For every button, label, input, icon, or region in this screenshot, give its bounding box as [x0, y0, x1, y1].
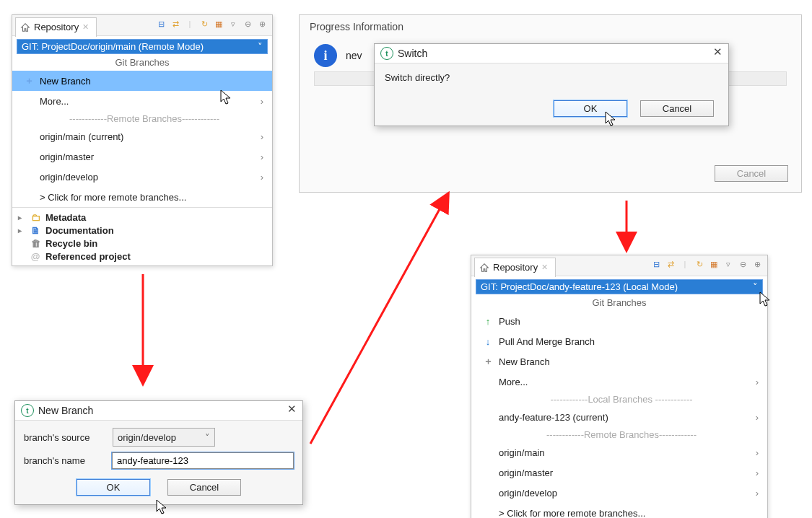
app-icon: t [380, 47, 393, 60]
app-icon: t [21, 404, 34, 417]
panel1-tab-label: Repository [34, 22, 79, 32]
info-icon: i [314, 44, 337, 67]
home-icon [20, 22, 30, 33]
chevron-right-icon: › [261, 172, 263, 183]
panel1-tree: ▸ 🗀 Metadata ▸ 🗎 Documentation 🗑 Recycle… [12, 208, 272, 265]
menu-item-new-branch[interactable]: ＋ New Branch [12, 71, 272, 91]
tab-close-icon[interactable]: ✕ [541, 263, 548, 272]
maximize-icon[interactable]: ⊕ [751, 258, 763, 270]
arrow-down-icon: ↓ [483, 336, 493, 347]
menu-item-new-branch[interactable]: ＋ New Branch [471, 351, 767, 372]
link-editor-icon[interactable]: ⇄ [665, 258, 676, 270]
cursor-icon [605, 111, 619, 131]
panel2-git-selector-text: GIT: ProjectDoc/andy-feature-123 (Local … [481, 281, 678, 292]
menu-item-origin-master[interactable]: origin/master › [12, 146, 272, 167]
chevron-right-icon: › [261, 96, 263, 107]
menu-item-origin-master[interactable]: origin/master › [471, 462, 767, 483]
switch-dlg-message: Switch directly? [383, 71, 720, 96]
menu-remote-divider: ------------Remote Branches------------ [471, 427, 767, 442]
menu-item-push[interactable]: ↑ Push [471, 311, 767, 331]
panel1-git-selector[interactable]: GIT: ProjectDoc/origin/main (Remote Mode… [17, 39, 268, 54]
home-icon [479, 262, 489, 273]
branch-name-input[interactable] [112, 452, 294, 469]
menu-item-more-label: More... [40, 96, 69, 107]
config-icon[interactable]: ▦ [708, 258, 720, 270]
tb-sep: | [679, 258, 691, 270]
view-menu-icon[interactable]: ▿ [227, 18, 239, 30]
chevron-right-icon: › [756, 467, 759, 478]
menu-item-origin-develop[interactable]: origin/develop › [12, 167, 272, 187]
menu-item-origin-main[interactable]: origin/main › [471, 442, 767, 462]
panel1-menu-title: Git Branches [12, 54, 272, 71]
doc-icon: 🗎 [30, 224, 41, 236]
folder-icon: 🗀 [30, 211, 41, 223]
menu-local-divider: ------------Local Branches ------------ [471, 392, 767, 407]
panel1-tabbar: Repository ✕ ⊟ ⇄ | ↻ ▦ ▿ ⊖ ⊕ [12, 15, 272, 36]
panel1-git-selector-text: GIT: ProjectDoc/origin/main (Remote Mode… [22, 41, 204, 52]
switch-cancel-button[interactable]: Cancel [640, 100, 714, 117]
plus-icon: ＋ [483, 355, 493, 368]
collapse-all-icon[interactable]: ⊟ [650, 258, 662, 270]
cursor-icon [220, 89, 235, 109]
panel2-tab-label: Repository [493, 262, 538, 273]
menu-item-origin-develop[interactable]: origin/develop › [471, 483, 767, 503]
at-icon: @ [30, 250, 41, 262]
menu-remote-divider: ------------Remote Branches------------ [12, 111, 272, 126]
menu-item-click-more-remote[interactable]: > Click for more remote branches... [471, 503, 767, 518]
switch-dlg-title: Switch [398, 48, 427, 59]
progress-cancel-button[interactable]: Cancel [715, 165, 788, 182]
tab-close-icon[interactable]: ✕ [82, 22, 89, 32]
cursor-icon [156, 499, 170, 518]
link-editor-icon[interactable]: ⇄ [170, 18, 181, 30]
close-icon[interactable]: ✕ [713, 45, 722, 58]
chevron-right-icon: › [756, 412, 759, 423]
newbranch-dlg-titlebar: t New Branch ✕ [15, 401, 302, 421]
expand-icon[interactable]: ▸ [18, 227, 25, 234]
progress-text: nev [346, 50, 362, 61]
refresh-icon[interactable]: ↻ [694, 258, 705, 270]
view-menu-icon[interactable]: ▿ [722, 258, 734, 270]
panel1-branches-menu: Git Branches ＋ New Branch More... › ----… [12, 54, 272, 208]
newbranch-cancel-button[interactable]: Cancel [167, 479, 241, 496]
tree-row-recycle[interactable]: 🗑 Recycle bin [18, 237, 266, 250]
tb-sep: | [184, 18, 196, 30]
panel2-branches-menu: Git Branches ↑ Push ↓ Pull And Merge Bra… [471, 294, 767, 518]
source-label: branch's source [24, 432, 107, 443]
menu-item-origin-main[interactable]: origin/main (current) › [12, 126, 272, 146]
chevron-right-icon: › [261, 131, 263, 142]
newbranch-dlg-title: New Branch [38, 405, 93, 416]
cursor-icon [759, 291, 774, 311]
source-select[interactable]: origin/develop [113, 428, 215, 447]
tree-row-metadata[interactable]: ▸ 🗀 Metadata [18, 211, 266, 224]
expand-icon[interactable]: ▸ [18, 214, 25, 221]
menu-item-click-more-remote[interactable]: > Click for more remote branches... [12, 187, 272, 207]
chevron-right-icon: › [261, 152, 263, 162]
menu-item-local-andy[interactable]: andy-feature-123 (current) › [471, 407, 767, 427]
svg-line-1 [310, 195, 448, 444]
minimize-icon[interactable]: ⊖ [737, 258, 748, 270]
close-icon[interactable]: ✕ [287, 403, 297, 416]
name-label: branch's name [24, 455, 106, 466]
chevron-down-icon: ˅ [753, 281, 758, 292]
trash-icon: 🗑 [30, 237, 41, 249]
plus-icon: ＋ [24, 74, 34, 87]
chevron-down-icon: ˅ [258, 41, 263, 52]
tree-row-documentation[interactable]: ▸ 🗎 Documentation [18, 224, 266, 237]
menu-item-new-branch-label: New Branch [40, 76, 91, 87]
menu-item-pull-merge[interactable]: ↓ Pull And Merge Branch [471, 331, 767, 351]
panel2-tab-repository[interactable]: Repository ✕ [474, 258, 556, 277]
config-icon[interactable]: ▦ [213, 18, 224, 30]
maximize-icon[interactable]: ⊕ [256, 18, 268, 30]
chevron-right-icon: › [756, 488, 759, 499]
refresh-icon[interactable]: ↻ [198, 18, 210, 30]
collapse-all-icon[interactable]: ⊟ [155, 18, 167, 30]
chevron-right-icon: › [756, 377, 759, 387]
menu-item-more[interactable]: More... › [471, 372, 767, 392]
tree-row-referenced[interactable]: @ Referenced project [18, 250, 266, 263]
panel1-tab-repository[interactable]: Repository ✕ [15, 17, 97, 37]
progress-title: Progress Information [300, 15, 801, 38]
newbranch-ok-button[interactable]: OK [77, 479, 150, 496]
panel2-tabbar: Repository ✕ ⊟ ⇄ | ↻ ▦ ▿ ⊖ ⊕ [471, 255, 767, 276]
panel2-git-selector[interactable]: GIT: ProjectDoc/andy-feature-123 (Local … [476, 279, 763, 294]
minimize-icon[interactable]: ⊖ [242, 18, 253, 30]
